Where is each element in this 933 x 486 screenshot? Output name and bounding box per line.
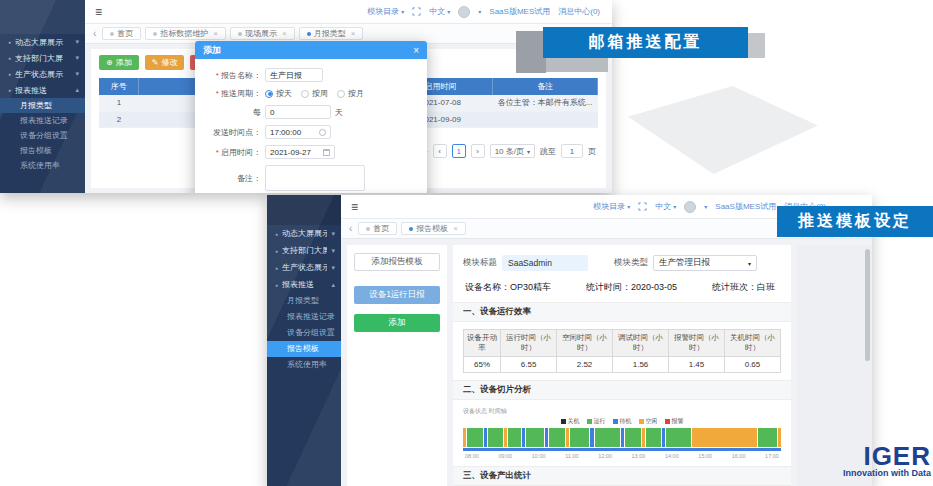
page-size-select[interactable]: 10 条/页▾ xyxy=(490,144,535,158)
module-title-input[interactable]: SaaSadmin xyxy=(502,255,588,271)
chevron-down-icon: ▾ xyxy=(75,70,79,78)
interval-input[interactable]: 0 xyxy=(265,105,331,119)
topbar-right-cluster: 模块目录▾ 中文▾ ▾ SaaS版MES试用 消息中心(0) xyxy=(367,6,600,18)
sidebar-subitem[interactable]: 月报类型 xyxy=(0,98,85,113)
prev-page-button[interactable]: ‹ xyxy=(433,144,447,158)
logo-text: IGER xyxy=(863,444,931,468)
status-segment xyxy=(484,428,487,447)
sidebar-group-item[interactable]: ●生产状态展示▾ xyxy=(267,259,341,276)
fullscreen-icon[interactable] xyxy=(638,202,647,211)
bullet-icon: ● xyxy=(8,39,11,45)
edit-button[interactable]: ✎修改 xyxy=(145,55,185,70)
sidebar-subitem[interactable]: 系统使用率 xyxy=(267,357,341,373)
tab-item[interactable]: 月报类型× xyxy=(299,27,364,40)
status-segment xyxy=(463,428,466,447)
page-number-button[interactable]: 1 xyxy=(452,144,466,158)
hamburger-icon[interactable]: ≡ xyxy=(95,6,102,18)
avatar[interactable] xyxy=(458,6,470,18)
account-name[interactable]: SaaS版MES试用 xyxy=(715,201,776,212)
radio-option[interactable]: 按月 xyxy=(337,88,364,99)
start-date-input[interactable]: 2021-09-27 xyxy=(265,145,335,159)
sidebar-subitem[interactable]: 报表推送记录 xyxy=(267,309,341,325)
tab-item[interactable]: 指标数据维护× xyxy=(145,27,226,40)
scrollbar[interactable] xyxy=(865,249,870,361)
sidebar-group-item[interactable]: ●生产状态展示▾ xyxy=(0,66,85,82)
avatar[interactable] xyxy=(684,201,696,213)
sidebar-group-item[interactable]: ●报表推送▴ xyxy=(267,276,341,293)
sidebar-group-item[interactable]: ●动态大屏展示▾ xyxy=(267,225,341,242)
next-page-button[interactable]: › xyxy=(471,144,485,158)
message-center-link[interactable]: 消息中心(0) xyxy=(558,6,600,17)
language-label: 中文 xyxy=(429,6,445,17)
tab-label: 报告模板 xyxy=(416,223,448,234)
tab-dot-icon xyxy=(153,32,157,36)
annotation-push-template-setting: 推送模板设定 xyxy=(777,206,933,237)
close-icon[interactable]: × xyxy=(213,29,218,38)
template-item-button[interactable]: 设备1运行日报 xyxy=(354,286,440,304)
add-report-template-button[interactable]: 添加报告模板 xyxy=(354,253,440,271)
module-directory-menu[interactable]: 模块目录▾ xyxy=(367,6,404,17)
add-button[interactable]: 添加 xyxy=(354,314,440,332)
module-directory-label: 模块目录 xyxy=(593,201,625,212)
sidebar-subitem[interactable]: 设备分组设置 xyxy=(267,325,341,341)
legend-swatch xyxy=(613,419,618,424)
legend-swatch xyxy=(639,419,644,424)
tab-item[interactable]: 现场展示× xyxy=(230,27,295,40)
table-row[interactable]: 65%6.552.521.561.450.65 xyxy=(464,357,781,373)
window-push-template-setting: ●动态大屏展示▾●支持部门大屏▾●生产状态展示▾●报表推送▴月报类型报表推送记录… xyxy=(267,195,872,486)
tab-item[interactable]: 报告模板× xyxy=(401,222,466,235)
sidebar-group-item[interactable]: ●报表推送▴ xyxy=(0,82,85,98)
chevron-left-icon[interactable]: ‹ xyxy=(349,223,352,234)
edit-icon: ✎ xyxy=(152,58,159,67)
sidebar-subitem[interactable]: 设备分组设置 xyxy=(0,128,85,143)
legend-label: 运行 xyxy=(594,417,606,426)
close-icon[interactable]: × xyxy=(453,224,458,233)
language-menu[interactable]: 中文▾ xyxy=(655,201,676,212)
jump-page-input[interactable]: 1 xyxy=(561,144,583,158)
close-icon[interactable]: × xyxy=(282,29,287,38)
legend-item: 运行 xyxy=(587,417,606,426)
close-icon[interactable]: × xyxy=(413,45,419,56)
sidebar-group-label: 生产状态展示 xyxy=(282,262,327,273)
tab-item[interactable]: 首页 xyxy=(358,222,397,235)
sidebar-group-item[interactable]: ●动态大屏展示▾ xyxy=(0,34,85,50)
background-shape xyxy=(516,31,546,73)
sidebar-subitem[interactable]: 系统使用率 xyxy=(0,158,85,173)
sidebar-subitem[interactable]: 报表推送记录 xyxy=(0,113,85,128)
module-type-select[interactable]: 生产管理日报▾ xyxy=(653,255,757,271)
tab-item[interactable]: 首页 xyxy=(102,27,141,40)
sidebar: ●动态大屏展示▾●支持部门大屏▾●生产状态展示▾●报表推送▴月报类型报表推送记录… xyxy=(0,0,85,193)
sidebar-menu: ●动态大屏展示▾●支持部门大屏▾●生产状态展示▾●报表推送▴月报类型报表推送记录… xyxy=(267,225,341,373)
language-menu[interactable]: 中文▾ xyxy=(429,6,450,17)
sidebar-subitem[interactable]: 月报类型 xyxy=(267,293,341,309)
send-time-input[interactable]: 17:00:00 xyxy=(265,125,331,139)
sidebar-group-label: 报表推送 xyxy=(15,85,71,96)
brand-logo: IGER Innovation with Data xyxy=(843,444,931,478)
module-directory-menu[interactable]: 模块目录▾ xyxy=(593,201,630,212)
radio-option[interactable]: 按天 xyxy=(265,88,292,99)
button-label: 添加 xyxy=(116,57,132,68)
tab-dot-icon xyxy=(307,32,311,36)
fullscreen-icon[interactable] xyxy=(412,7,421,16)
section-title-slice: 二、设备切片分析 xyxy=(453,380,791,400)
sidebar-subitem[interactable]: 报告模板 xyxy=(0,143,85,158)
report-name-input[interactable]: 生产日报 xyxy=(265,68,323,82)
close-icon[interactable]: × xyxy=(351,29,356,38)
tab-label: 首页 xyxy=(373,223,389,234)
sidebar-logo-area xyxy=(0,0,85,34)
radio-option[interactable]: 按周 xyxy=(301,88,328,99)
main-content: ≡ 模块目录▾ 中文▾ ▾ SaaS版MES试用 消息中心(0) ‹ 首页报告模… xyxy=(341,195,872,486)
sidebar-group-item[interactable]: ●支持部门大屏▾ xyxy=(0,50,85,66)
hamburger-icon[interactable]: ≡ xyxy=(351,201,358,213)
page-size-value: 10 条/页 xyxy=(495,146,524,157)
table-cell: 2.52 xyxy=(557,357,613,373)
clock-icon xyxy=(319,129,326,136)
sidebar-group-item[interactable]: ●支持部门大屏▾ xyxy=(267,242,341,259)
add-button[interactable]: ⊕添加 xyxy=(99,55,139,70)
remark-textarea[interactable] xyxy=(265,165,365,191)
chevron-left-icon[interactable]: ‹ xyxy=(93,28,96,39)
sidebar-subitem[interactable]: 报告模板 xyxy=(267,341,341,357)
account-name[interactable]: SaaS版MES试用 xyxy=(489,6,550,17)
legend-swatch xyxy=(665,419,670,424)
push-cycle-label: 推送周期： xyxy=(197,88,261,99)
